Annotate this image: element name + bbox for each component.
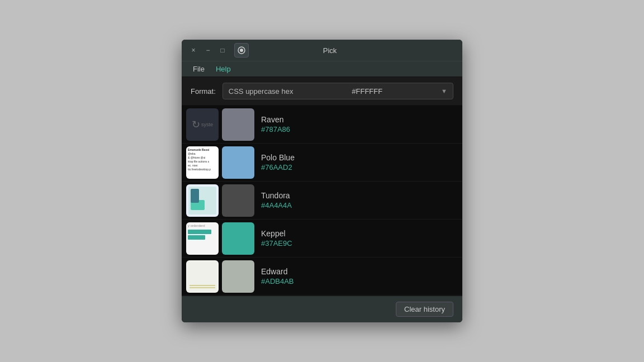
app-icon-button[interactable] — [234, 43, 249, 58]
chevron-down-icon: ▼ — [441, 88, 447, 94]
color-info: Keppel #37AE9C — [261, 229, 458, 247]
format-bar: Format: CSS uppercase hex #FFFFFF ▼ — [182, 77, 462, 106]
color-swatch — [222, 260, 254, 293]
color-info: Polo Blue #76AAD2 — [261, 153, 458, 172]
eyedropper-icon — [237, 46, 246, 55]
clear-history-button[interactable]: Clear history — [396, 302, 453, 317]
screenshot-thumb: Emanuele Bassi @eba & @htore @si ktop fi… — [186, 146, 219, 179]
screenshot-thumb — [186, 184, 219, 217]
color-name: Polo Blue — [261, 153, 458, 162]
color-info: Raven #787A86 — [261, 115, 458, 134]
web-thumb — [186, 184, 219, 217]
list-item[interactable]: Edward #ADB4AB — [182, 258, 462, 296]
color-hex: #4A4A4A — [261, 201, 458, 209]
color-name: Edward — [261, 267, 458, 276]
color-hex: #ADB4AB — [261, 277, 458, 285]
color-hex: #37AE9C — [261, 239, 458, 247]
order-thumb: y orderderd — [186, 222, 219, 255]
color-hex: #76AAD2 — [261, 163, 458, 172]
color-name: Raven — [261, 115, 458, 124]
color-swatch — [222, 184, 254, 217]
color-hex: #787A86 — [261, 125, 458, 134]
format-label: Format: — [191, 87, 216, 96]
list-item[interactable]: Emanuele Bassi @eba & @htore @si ktop fi… — [182, 144, 462, 182]
footer: Clear history — [182, 296, 462, 322]
window-controls: × − □ — [188, 43, 249, 58]
color-swatch — [222, 108, 254, 141]
close-button[interactable]: × — [188, 45, 198, 55]
color-name: Tundora — [261, 191, 458, 200]
menu-bar: File Help — [182, 61, 462, 77]
list-item[interactable]: y orderderd Keppel #37AE9C — [182, 220, 462, 258]
window-title: Pick — [249, 46, 411, 55]
app-window: × − □ Pick File Help Format: CSS upper — [182, 40, 462, 322]
list-item[interactable]: ↻ syste Raven #787A86 — [182, 106, 462, 144]
color-name: Keppel — [261, 229, 458, 238]
card-thumb — [186, 260, 219, 293]
format-name: CSS uppercase hex — [229, 87, 293, 96]
screenshot-thumb: ↻ syste — [186, 108, 219, 141]
svg-point-1 — [240, 49, 243, 52]
screenshot-thumb — [186, 260, 219, 293]
list-item[interactable]: Tundora #4A4A4A — [182, 182, 462, 220]
color-swatch — [222, 222, 254, 255]
format-dropdown[interactable]: CSS uppercase hex #FFFFFF ▼ — [222, 83, 453, 99]
color-swatch — [222, 146, 254, 179]
title-bar: × − □ Pick — [182, 40, 462, 61]
menu-file[interactable]: File — [188, 64, 209, 74]
system-thumb: ↻ syste — [186, 108, 219, 141]
color-info: Tundora #4A4A4A — [261, 191, 458, 209]
refresh-icon: ↻ — [192, 118, 200, 131]
menu-help[interactable]: Help — [211, 64, 235, 74]
minimize-button[interactable]: − — [203, 45, 213, 55]
maximize-button[interactable]: □ — [217, 45, 228, 55]
screenshot-thumb: y orderderd — [186, 222, 219, 255]
format-value: #FFFFFF — [352, 87, 382, 96]
color-info: Edward #ADB4AB — [261, 267, 458, 285]
history-list: ↻ syste Raven #787A86 Emanuele Bassi @eb… — [182, 106, 462, 296]
syste-label: syste — [201, 122, 213, 127]
tweet-thumb: Emanuele Bassi @eba & @htore @si ktop fi… — [186, 146, 219, 179]
